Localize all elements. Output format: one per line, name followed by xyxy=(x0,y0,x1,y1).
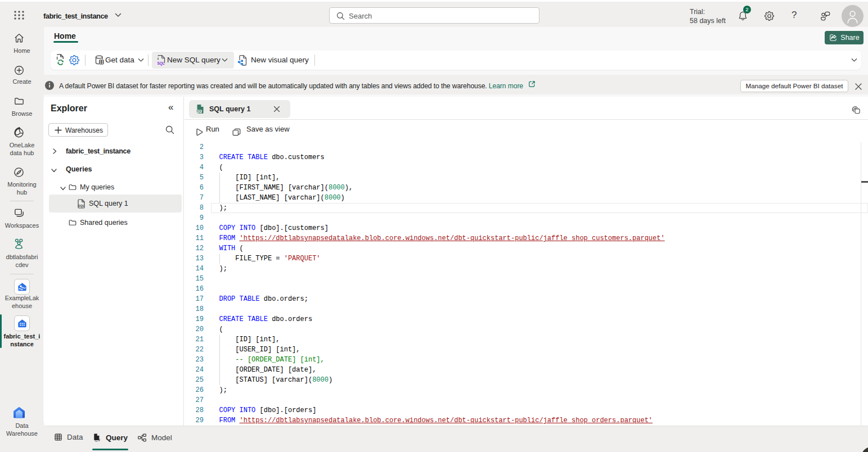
svg-text:SQL: SQL xyxy=(158,61,165,66)
svg-text:SQL: SQL xyxy=(196,110,202,113)
svg-text:SQL: SQL xyxy=(78,204,85,207)
